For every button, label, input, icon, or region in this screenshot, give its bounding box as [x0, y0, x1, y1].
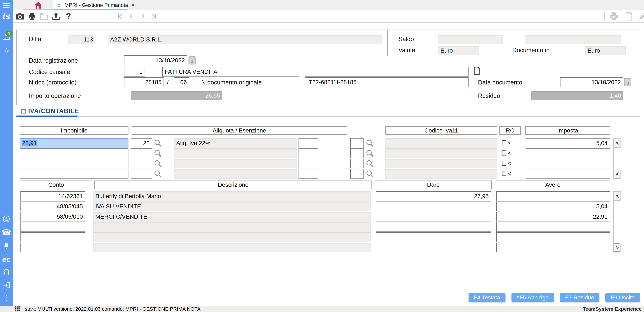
scroll-up-icon[interactable] — [614, 192, 620, 200]
iva-esenzione-field[interactable] — [298, 148, 318, 158]
tab-mpri-gestione-primanota[interactable]: ☆ MPRI - Gestione Primanota × — [53, 0, 128, 10]
dare-field[interactable] — [376, 202, 491, 211]
f9-uscita-button[interactable]: F9 Uscita — [606, 293, 640, 302]
search-aliquota-icon[interactable] — [154, 159, 162, 169]
iva-codice-field[interactable] — [350, 169, 364, 179]
avere-field[interactable]: 22,91 — [496, 212, 610, 222]
avere-field[interactable] — [496, 191, 610, 201]
conto-field[interactable] — [20, 232, 85, 242]
conto-descrizione-field: MERCI C/VENDITE — [93, 212, 371, 222]
home-tab[interactable] — [23, 0, 53, 10]
f4-testata-button[interactable]: F4 Testata — [468, 293, 506, 302]
help-icon[interactable]: ? — [64, 12, 73, 21]
rc-checkbox[interactable] — [502, 140, 506, 145]
ndoc-suffix-field[interactable]: 06 — [174, 77, 189, 87]
conto-field[interactable] — [20, 222, 85, 232]
avere-field[interactable] — [496, 243, 610, 252]
data-registrazione-field[interactable]: 13/10/2022 — [124, 55, 187, 65]
iva-imponibile-field[interactable] — [20, 148, 128, 158]
search-aliquota-icon[interactable] — [154, 139, 162, 148]
dare-field[interactable]: 27,95 — [376, 191, 491, 201]
iva-esenzione-field[interactable] — [298, 138, 318, 148]
screenshot-camera-icon[interactable] — [16, 12, 24, 21]
tab-close-icon[interactable]: × — [128, 2, 135, 9]
iva-imposta-field[interactable] — [526, 148, 610, 158]
sf5-annulla-riga-button[interactable]: sF5 Ann.riga — [512, 293, 554, 302]
search-aliquota-icon[interactable] — [154, 149, 162, 158]
iva-aliquota-field[interactable] — [131, 159, 152, 169]
causale-descrizione-field[interactable]: FATTURA VENDITA — [162, 67, 299, 77]
iva-scrollbar[interactable] — [613, 138, 621, 179]
user-profile-icon[interactable] — [0, 215, 13, 223]
logout-icon[interactable] — [0, 282, 13, 288]
scroll-down-icon[interactable] — [614, 243, 620, 252]
causale-extra-field[interactable] — [305, 67, 468, 77]
phone-icon[interactable]: ☎ — [0, 228, 13, 236]
calendar-icon-2[interactable]: 3 — [624, 78, 631, 86]
scroll-up-icon[interactable] — [614, 139, 620, 147]
section-checkbox[interactable] — [21, 109, 26, 113]
search-aliquota-icon[interactable] — [154, 170, 162, 179]
app-grid-icon[interactable] — [14, 306, 20, 312]
nav-prev-icon[interactable] — [127, 12, 136, 21]
dare-field[interactable] — [376, 243, 491, 252]
new-document-icon[interactable] — [624, 12, 633, 21]
iva-imponibile-field[interactable]: 22,91 — [20, 138, 128, 148]
upload-icon[interactable] — [52, 12, 60, 21]
document-page-icon[interactable] — [474, 67, 480, 76]
rc-checkbox[interactable] — [502, 161, 506, 166]
search-codice-icon[interactable] — [366, 170, 374, 179]
iva-imponibile-field[interactable] — [20, 169, 128, 179]
dare-field[interactable] — [376, 232, 491, 242]
print-icon[interactable] — [28, 12, 36, 21]
hamburger-menu-icon[interactable] — [3, 3, 10, 8]
iva-codice-field[interactable] — [350, 159, 364, 169]
conto-field[interactable]: 48/05/045 — [20, 202, 85, 211]
iva-aliquota-field[interactable] — [131, 169, 152, 179]
iva-imposta-field[interactable] — [526, 169, 610, 179]
more-options-icon[interactable]: ⋮ — [0, 294, 13, 301]
nav-next-icon[interactable] — [138, 12, 147, 21]
ndoc-field[interactable]: 28185 — [124, 77, 164, 87]
conto-field[interactable]: 58/05/010 — [20, 212, 85, 222]
iva-aliquota-field[interactable] — [131, 148, 152, 158]
ec-logo-icon[interactable]: ec — [0, 255, 13, 264]
avere-field[interactable] — [496, 232, 610, 242]
conti-scrollbar[interactable] — [613, 191, 621, 252]
avere-field[interactable] — [496, 222, 610, 232]
dare-field[interactable] — [376, 212, 491, 222]
iva-codice-field[interactable] — [350, 138, 364, 148]
calendar-icon[interactable]: 3 — [188, 56, 196, 65]
dare-field[interactable] — [376, 222, 491, 232]
scroll-down-icon[interactable] — [614, 170, 620, 178]
edit-pencil-icon[interactable] — [638, 12, 644, 21]
favorites-star-icon[interactable]: ☆ — [0, 47, 13, 55]
data-documento-field[interactable]: 13/10/2022 — [560, 77, 623, 87]
export-pdf-icon[interactable]: PDF — [610, 12, 618, 21]
search-codice-icon[interactable] — [366, 139, 374, 148]
rc-checkbox[interactable] — [502, 150, 506, 155]
iva-codice-field[interactable] — [350, 148, 364, 158]
nav-last-icon[interactable] — [149, 12, 158, 21]
codice-causale-field[interactable]: 1 — [124, 67, 145, 77]
tab-iva-contabile[interactable]: IVA/CONTABILE — [28, 107, 79, 115]
conto-field[interactable]: 14/62361 — [20, 191, 85, 201]
iva-aliquota-field[interactable]: 22 — [131, 138, 152, 148]
iva-esenzione-field[interactable] — [298, 159, 318, 169]
iva-imponibile-field[interactable] — [20, 159, 128, 169]
tab-favorite-star-icon[interactable]: ☆ — [56, 2, 62, 9]
iva-imposta-field[interactable] — [526, 159, 610, 169]
search-codice-icon[interactable] — [366, 149, 374, 158]
search-codice-icon[interactable] — [366, 159, 374, 169]
avere-field[interactable]: 5,04 — [496, 202, 610, 211]
notifications-bell-icon[interactable] — [0, 242, 13, 249]
conto-field[interactable] — [20, 243, 85, 252]
rc-checkbox[interactable] — [502, 171, 506, 176]
f7-residuo-button[interactable]: F7 Residuo — [560, 293, 600, 302]
ndoc-originale-field[interactable]: IT22-68211I-28185 — [305, 77, 468, 87]
iva-esenzione-field[interactable] — [298, 169, 318, 179]
nav-first-icon[interactable] — [116, 12, 125, 21]
open-folder-icon[interactable] — [40, 12, 48, 21]
support-headset-icon[interactable] — [0, 268, 13, 276]
iva-imposta-field[interactable]: 5,04 — [526, 138, 610, 148]
